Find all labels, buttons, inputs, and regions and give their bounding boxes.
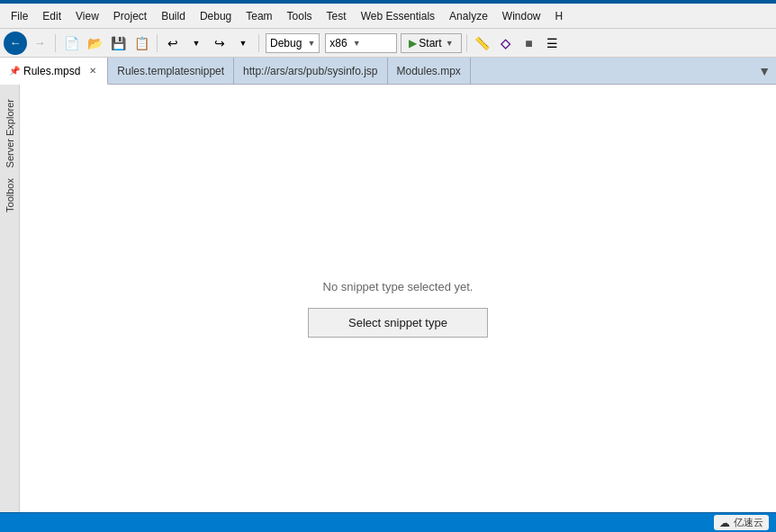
undo-button[interactable]: ↩ bbox=[162, 32, 184, 54]
no-snippet-message: No snippet type selected yet. bbox=[323, 280, 474, 293]
toolbar-extra-2[interactable]: ☰ bbox=[542, 32, 564, 54]
status-badge-text: 亿速云 bbox=[734, 516, 763, 529]
status-bar: ☁ 亿速云 bbox=[0, 512, 776, 532]
separator-2 bbox=[157, 34, 158, 52]
left-sidebar: Server Explorer Toolbox bbox=[0, 85, 20, 532]
menu-h[interactable]: H bbox=[548, 6, 571, 26]
save-button[interactable]: 💾 bbox=[107, 32, 129, 54]
redo-dropdown-button[interactable]: ▼ bbox=[232, 32, 254, 54]
sidebar-server-explorer[interactable]: Server Explorer bbox=[5, 94, 15, 173]
start-dropdown-arrow: ▼ bbox=[446, 39, 454, 48]
sidebar-toolbox[interactable]: Toolbox bbox=[5, 173, 15, 218]
tabs-row: 📌 Rules.mpsd ✕ Rules.templatesnippet htt… bbox=[0, 58, 776, 85]
tab-label-modules: Modules.mpx bbox=[397, 65, 461, 77]
menu-project[interactable]: Project bbox=[106, 6, 154, 26]
menu-debug[interactable]: Debug bbox=[193, 6, 239, 26]
start-label: Start bbox=[419, 37, 441, 50]
platform-arrow: ▼ bbox=[353, 39, 361, 48]
separator-3 bbox=[258, 34, 259, 52]
menu-file[interactable]: File bbox=[4, 6, 35, 26]
toolbar: ← → 📄 📂 💾 📋 ↩ ▼ ↪ ▼ Debug ▼ x86 ▼ ▶ Star… bbox=[0, 29, 776, 58]
platform-label: x86 bbox=[329, 37, 347, 50]
tab-rules-mpsd[interactable]: 📌 Rules.mpsd ✕ bbox=[0, 58, 108, 85]
toolbar-extra-1[interactable]: ■ bbox=[519, 32, 540, 54]
editor-area: No snippet type selected yet. Select sni… bbox=[20, 85, 776, 532]
menu-view[interactable]: View bbox=[68, 6, 106, 26]
cloud-icon: ☁ bbox=[719, 517, 730, 529]
start-button[interactable]: ▶ Start ▼ bbox=[401, 33, 461, 53]
tab-label-rules-templatesnippet: Rules.templatesnippet bbox=[117, 65, 224, 77]
select-snippet-button[interactable]: Select snippet type bbox=[308, 308, 488, 338]
menu-bar: File Edit View Project Build Debug Team … bbox=[0, 4, 776, 29]
breakpoints-button[interactable]: 📏 bbox=[472, 32, 493, 54]
separator-1 bbox=[55, 34, 56, 52]
open-button[interactable]: 📂 bbox=[84, 32, 105, 54]
new-project-button[interactable]: 📄 bbox=[60, 32, 82, 54]
status-badge: ☁ 亿速云 bbox=[714, 515, 769, 530]
nav-back-button[interactable]: ← bbox=[4, 32, 27, 55]
play-icon: ▶ bbox=[409, 37, 417, 50]
tab-scroll-button[interactable]: ▼ bbox=[753, 58, 776, 84]
debug-config-dropdown[interactable]: Debug ▼ bbox=[266, 33, 320, 53]
menu-build[interactable]: Build bbox=[154, 6, 193, 26]
menu-team[interactable]: Team bbox=[239, 6, 279, 26]
tab-close-rules-mpsd[interactable]: ✕ bbox=[87, 66, 98, 76]
save-all-button[interactable]: 📋 bbox=[131, 32, 152, 54]
menu-tools[interactable]: Tools bbox=[280, 6, 320, 26]
main-area: Server Explorer Toolbox No snippet type … bbox=[0, 85, 776, 532]
tab-modules[interactable]: Modules.mpx bbox=[388, 58, 471, 84]
tab-sysinfo[interactable]: http://ars/ars/pub/sysinfo.jsp bbox=[234, 58, 387, 84]
undo-dropdown-button[interactable]: ▼ bbox=[185, 32, 207, 54]
menu-analyze[interactable]: Analyze bbox=[442, 6, 495, 26]
redo-button[interactable]: ↪ bbox=[209, 32, 230, 54]
separator-4 bbox=[466, 34, 467, 52]
tab-pin-icon: 📌 bbox=[9, 66, 20, 76]
tab-label-rules-mpsd: Rules.mpsd bbox=[23, 65, 80, 77]
platform-dropdown[interactable]: x86 ▼ bbox=[325, 33, 397, 53]
debug-config-label: Debug bbox=[270, 37, 302, 50]
menu-window[interactable]: Window bbox=[495, 6, 548, 26]
tab-label-sysinfo: http://ars/ars/pub/sysinfo.jsp bbox=[243, 65, 377, 77]
menu-edit[interactable]: Edit bbox=[35, 6, 68, 26]
tab-rules-templatesnippet[interactable]: Rules.templatesnippet bbox=[108, 58, 234, 84]
nav-forward-button[interactable]: → bbox=[29, 32, 50, 54]
menu-test[interactable]: Test bbox=[320, 6, 354, 26]
extensions-button[interactable]: ◇ bbox=[495, 32, 517, 54]
debug-config-arrow: ▼ bbox=[307, 39, 315, 48]
menu-web-essentials[interactable]: Web Essentials bbox=[354, 6, 442, 26]
